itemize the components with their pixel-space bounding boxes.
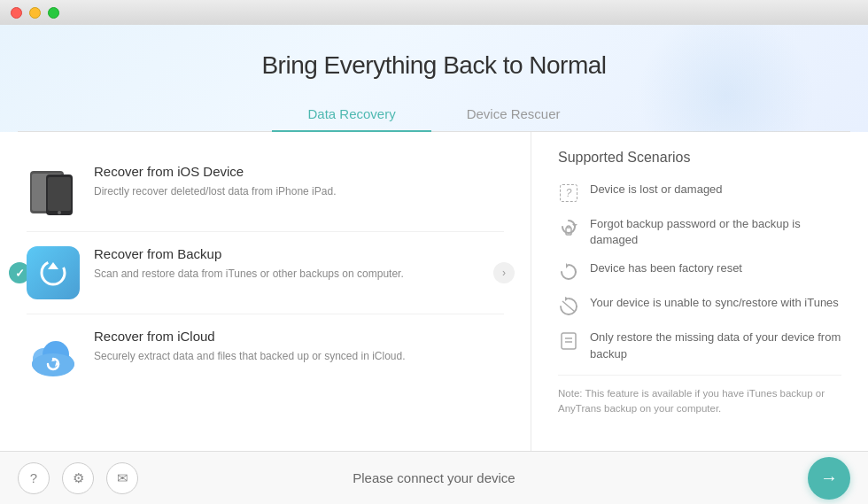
lost-damaged-text: Device is lost or damaged	[590, 182, 723, 198]
scenario-sync-restore: Your device is unable to sync/restore wi…	[558, 295, 841, 317]
ios-option-text: Recover from iOS Device Directly recover…	[94, 164, 336, 199]
svg-marker-6	[48, 262, 58, 269]
bottom-icons: ? ⚙ ✉	[18, 462, 138, 494]
missing-data-icon	[558, 330, 579, 352]
svg-rect-17	[562, 333, 576, 349]
panel-arrow-icon: ›	[493, 262, 515, 283]
svg-marker-15	[566, 263, 569, 268]
next-arrow-icon: →	[820, 468, 838, 488]
backup-option-text: Recover from Backup Scan and restore dat…	[94, 246, 404, 282]
option-icloud[interactable]: Recover from iCloud Securely extract dat…	[27, 314, 504, 396]
scenario-factory-reset: Device has been factory reset	[558, 260, 841, 283]
settings-icon: ⚙	[73, 470, 84, 486]
sync-restore-text: Your device is unable to sync/restore wi…	[590, 295, 839, 311]
svg-rect-3	[48, 177, 71, 211]
header-area: Bring Everything Back to Normal Data Rec…	[0, 25, 868, 132]
svg-point-4	[58, 211, 61, 214]
ios-option-title: Recover from iOS Device	[94, 164, 336, 179]
backup-option-desc: Scan and restore data from iTunes or oth…	[94, 266, 404, 282]
main-title: Bring Everything Back to Normal	[18, 51, 850, 80]
icloud-icon	[27, 329, 80, 382]
status-text: Please connect your device	[353, 470, 515, 485]
scenario-lost-damaged: ? Device is lost or damaged	[558, 182, 841, 204]
minimize-button[interactable]	[29, 7, 41, 19]
backup-icon	[27, 246, 80, 299]
sync-restore-icon	[558, 296, 579, 317]
factory-reset-icon	[558, 261, 579, 283]
ios-device-icon	[27, 164, 80, 217]
main-content: Bring Everything Back to Normal Data Rec…	[0, 25, 868, 451]
svg-marker-13	[572, 224, 577, 227]
help-icon: ?	[30, 470, 37, 485]
backup-option-title: Recover from Backup	[94, 246, 404, 261]
help-button[interactable]: ?	[18, 462, 50, 494]
svg-point-10	[32, 353, 74, 375]
scenarios-title: Supported Scenarios	[558, 150, 841, 166]
ios-option-desc: Directly recover deleted/lost data from …	[94, 183, 336, 199]
scenario-backup-password: Forgot backup password or the backup is …	[558, 216, 841, 248]
left-panel: Recover from iOS Device Directly recover…	[0, 132, 531, 451]
tab-bar: Data Recovery Device Rescuer	[18, 97, 850, 132]
icloud-option-title: Recover from iCloud	[94, 329, 406, 344]
option-ios-device[interactable]: Recover from iOS Device Directly recover…	[27, 150, 504, 232]
backup-password-icon	[558, 217, 579, 238]
bottom-bar: ? ⚙ ✉ Please connect your device →	[0, 451, 868, 504]
settings-button[interactable]: ⚙	[62, 462, 94, 494]
factory-reset-text: Device has been factory reset	[590, 260, 742, 276]
option-backup[interactable]: ✓ Recover from Backup Scan and restore d…	[27, 232, 504, 314]
icloud-option-desc: Securely extract data and files that bac…	[94, 348, 406, 364]
icloud-option-text: Recover from iCloud Securely extract dat…	[94, 329, 406, 364]
mail-button[interactable]: ✉	[106, 462, 138, 494]
right-panel: Supported Scenarios ? Device is lost or …	[531, 132, 868, 451]
scenario-missing-data: Only restore the missing data of your de…	[558, 330, 841, 361]
content-area: Recover from iOS Device Directly recover…	[0, 132, 868, 451]
lost-damaged-icon: ?	[558, 182, 579, 204]
mail-icon: ✉	[117, 470, 128, 486]
missing-data-text: Only restore the missing data of your de…	[590, 330, 841, 361]
tab-device-rescuer[interactable]: Device Rescuer	[431, 97, 596, 132]
title-bar	[0, 0, 868, 25]
next-button[interactable]: →	[808, 457, 850, 500]
maximize-button[interactable]	[48, 7, 59, 19]
scenarios-note: Note: This feature is available if you h…	[558, 375, 841, 417]
tab-data-recovery[interactable]: Data Recovery	[272, 97, 430, 132]
backup-password-text: Forgot backup password or the backup is …	[590, 216, 841, 248]
close-button[interactable]	[11, 7, 22, 19]
